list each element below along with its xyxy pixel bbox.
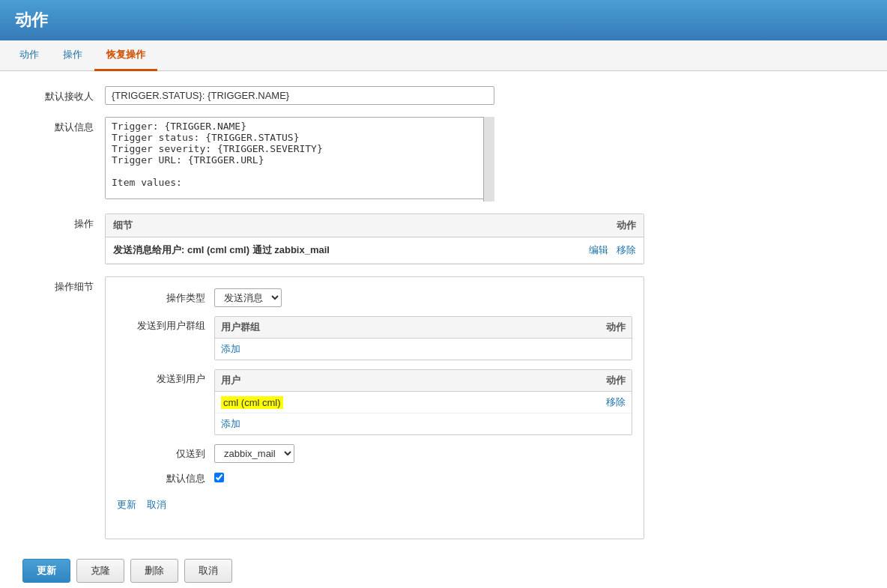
op-defaultmsg-label: 默认信息 (117, 472, 214, 485)
add-user-link[interactable]: 添加 (221, 418, 240, 429)
op-update-links: 更新 取消 (117, 494, 632, 515)
page-title: 动作 (15, 10, 48, 29)
op-sendonly-select[interactable]: zabbix_mail (214, 444, 294, 463)
user-remove-action: 移除 (581, 395, 626, 409)
op-user-row: 发送到用户 用户 动作 cml (cml cml) (117, 369, 632, 435)
default-recipient-input[interactable] (105, 86, 494, 105)
op-type-select[interactable]: 发送消息 (214, 288, 282, 307)
ops-header-detail: 细节 (113, 219, 576, 232)
usergroup-table-header: 用户群组 动作 (215, 317, 632, 339)
op-defaultmsg-control (214, 473, 632, 485)
user-add-row: 添加 (215, 413, 632, 434)
operations-table-header: 细节 动作 (106, 214, 644, 237)
op-user-control: 用户 动作 cml (cml cml) 移除 (214, 369, 632, 435)
op-cancel-link[interactable]: 取消 (147, 499, 166, 510)
user-col-main: 用户 (221, 374, 581, 387)
op-type-label: 操作类型 (117, 288, 214, 305)
default-recipient-row: 默认接收人 (22, 86, 865, 105)
add-usergroup-link[interactable]: 添加 (221, 343, 240, 354)
ops-remove-link[interactable]: 移除 (617, 244, 636, 255)
operations-row: 操作 细节 动作 发送消息给用户: cml (cml cml) 通过 zabbi… (22, 213, 865, 264)
tab-bar: 动作 操作 恢复操作 (0, 40, 887, 71)
user-table: 用户 动作 cml (cml cml) 移除 (214, 369, 632, 435)
bottom-buttons: 更新 克隆 删除 取消 (22, 551, 865, 588)
usergroup-col-action: 动作 (581, 321, 626, 334)
default-recipient-label: 默认接收人 (22, 86, 105, 103)
user-name-highlight: cml (cml cml) (221, 396, 283, 409)
user-name: cml (cml cml) (221, 397, 581, 408)
user-col-action: 动作 (581, 374, 626, 387)
operations-table: 细节 动作 发送消息给用户: cml (cml cml) 通过 zabbix_m… (105, 213, 644, 264)
op-defaultmsg-row: 默认信息 (117, 472, 632, 485)
operations-label: 操作 (22, 213, 105, 231)
default-message-wrap: Trigger: {TRIGGER.NAME} Trigger status: … (105, 117, 865, 201)
usergroup-table: 用户群组 动作 添加 (214, 316, 632, 360)
op-detail-label: 操作细节 (22, 276, 105, 294)
ops-row-detail: 发送消息给用户: cml (cml cml) 通过 zabbix_mail (113, 243, 576, 257)
default-recipient-wrap (105, 86, 865, 105)
tab-operations[interactable]: 操作 (51, 40, 94, 71)
ops-edit-link[interactable]: 编辑 (589, 244, 608, 255)
op-user-label: 发送到用户 (117, 369, 214, 386)
op-update-link[interactable]: 更新 (117, 499, 136, 510)
ops-row-detail-bold: 发送消息给用户: cml (cml cml) 通过 zabbix_mail (113, 244, 330, 255)
table-row: 发送消息给用户: cml (cml cml) 通过 zabbix_mail 编辑… (106, 237, 644, 264)
op-sendonly-label: 仅送到 (117, 444, 214, 461)
op-defaultmsg-checkbox[interactable] (214, 473, 224, 482)
tab-actions[interactable]: 动作 (7, 40, 51, 71)
op-usergroup-row: 发送到用户群组 用户群组 动作 添加 (117, 316, 632, 360)
user-remove-link[interactable]: 移除 (606, 396, 626, 407)
op-sendonly-row: 仅送到 zabbix_mail (117, 444, 632, 463)
op-detail-wrap: 操作类型 发送消息 发送到用户群组 用 (105, 276, 865, 539)
update-button[interactable]: 更新 (22, 559, 70, 583)
op-type-control: 发送消息 (214, 288, 632, 307)
op-sendonly-control: zabbix_mail (214, 444, 632, 463)
tab-recovery[interactable]: 恢复操作 (94, 40, 157, 71)
ops-row-actions: 编辑 移除 (576, 243, 636, 257)
ops-header-action: 动作 (576, 219, 636, 232)
default-message-label: 默认信息 (22, 117, 105, 134)
default-message-textarea[interactable]: Trigger: {TRIGGER.NAME} Trigger status: … (105, 117, 494, 199)
operations-wrap: 细节 动作 发送消息给用户: cml (cml cml) 通过 zabbix_m… (105, 213, 865, 264)
user-table-header: 用户 动作 (215, 370, 632, 392)
table-row: cml (cml cml) 移除 (215, 392, 632, 413)
cancel-button[interactable]: 取消 (184, 559, 232, 583)
op-detail-section: 操作类型 发送消息 发送到用户群组 用 (105, 276, 644, 539)
usergroup-add-row: 添加 (215, 339, 632, 360)
op-usergroup-control: 用户群组 动作 添加 (214, 316, 632, 360)
op-detail-row: 操作细节 操作类型 发送消息 发送到用户群组 (22, 276, 865, 539)
default-message-row: 默认信息 Trigger: {TRIGGER.NAME} Trigger sta… (22, 117, 865, 201)
op-type-row: 操作类型 发送消息 (117, 288, 632, 307)
usergroup-col-main: 用户群组 (221, 321, 581, 334)
op-usergroup-label: 发送到用户群组 (117, 316, 214, 333)
delete-button[interactable]: 删除 (130, 559, 178, 583)
clone-button[interactable]: 克隆 (76, 559, 124, 583)
